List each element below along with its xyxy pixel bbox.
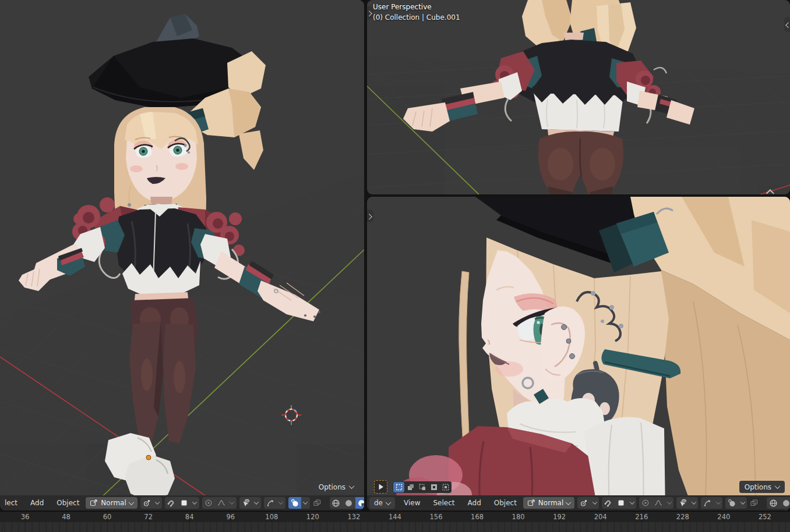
menu-select-partial[interactable]: lect <box>2 495 24 510</box>
transform-orientation-dropdown[interactable]: Normal <box>523 497 574 509</box>
3d-cursor <box>281 405 301 425</box>
viewport-shading-group[interactable] <box>767 497 790 509</box>
character-model-front <box>19 14 320 501</box>
chevron-down-icon <box>630 499 634 504</box>
viewport-shading-group[interactable] <box>330 497 364 509</box>
xray-icon <box>313 499 321 507</box>
snap-group[interactable] <box>165 497 199 509</box>
timeline-track[interactable] <box>0 522 790 532</box>
select-mode-invert[interactable] <box>428 482 439 492</box>
context-breadcrumb: (0) Collection | Cube.001 <box>373 12 460 23</box>
character-model-head <box>396 197 790 510</box>
pivot-point-dropdown[interactable] <box>140 497 162 509</box>
chevron-down-icon <box>592 499 597 504</box>
options-button[interactable]: Options <box>313 481 359 493</box>
toggle-xray-button[interactable] <box>750 499 764 507</box>
solid-sphere-icon <box>344 499 353 508</box>
toolbar-expand-arrow[interactable] <box>367 6 373 19</box>
viewport-head-closeup[interactable]: Options de View Select Add Object Normal <box>367 197 790 510</box>
magnet-icon <box>167 499 175 507</box>
snap-increment-icon <box>180 499 188 507</box>
select-mode-group <box>393 481 452 493</box>
material-sphere-icon <box>728 499 736 507</box>
3d-scene-back-view[interactable] <box>367 0 790 194</box>
pivot-icon <box>580 499 588 507</box>
snap-group[interactable] <box>602 497 636 509</box>
wireframe-icon <box>331 499 340 508</box>
timeline[interactable]: 3648607284961081201321441561681801922042… <box>0 511 790 532</box>
menu-select[interactable]: Select <box>426 495 461 510</box>
proportional-editing-icon <box>641 499 650 507</box>
character-model-back <box>403 0 694 194</box>
active-tool-button[interactable] <box>374 480 387 494</box>
shading-wireframe-button[interactable] <box>767 497 780 509</box>
show-overlays-group[interactable] <box>264 497 285 509</box>
3d-scene-front-view[interactable] <box>0 0 364 510</box>
mode-dropdown[interactable]: de <box>369 497 395 509</box>
select-mode-subtract[interactable] <box>417 482 428 492</box>
chevron-down-icon <box>566 499 572 505</box>
chevron-down-icon <box>349 483 355 489</box>
orientation-label: Normal <box>538 499 563 507</box>
tweak-tool-icon <box>377 483 385 491</box>
chevron-right-icon <box>367 214 372 219</box>
chevron-down-icon <box>155 499 160 504</box>
sidebar-expand-tab[interactable] <box>784 17 790 32</box>
toolbar-expand-arrow[interactable] <box>367 210 373 222</box>
orientation-label: Normal <box>101 499 126 507</box>
chevron-down-icon <box>303 499 308 504</box>
gizmo-icon <box>242 499 250 507</box>
pivot-point-dropdown[interactable] <box>577 497 599 509</box>
menu-add[interactable]: Add <box>461 495 488 510</box>
shading-solid-button[interactable] <box>343 497 355 509</box>
material-sphere-icon <box>291 499 299 507</box>
chevron-right-icon <box>367 10 372 16</box>
menu-add[interactable]: Add <box>24 495 50 510</box>
solid-sphere-icon <box>782 499 790 508</box>
select-mode-extend[interactable] <box>405 482 416 492</box>
options-button[interactable]: Options <box>739 481 785 493</box>
select-mode-intersect[interactable] <box>440 482 451 492</box>
viewport-back-view[interactable]: User Perspective (0) Collection | Cube.0… <box>367 0 790 194</box>
menu-object[interactable]: Object <box>50 495 86 510</box>
falloff-curve-icon <box>217 499 225 507</box>
transform-orientation-dropdown[interactable]: Normal <box>86 497 137 509</box>
show-overlays-group[interactable] <box>701 497 722 509</box>
wireframe-icon <box>769 499 778 508</box>
falloff-curve-icon <box>654 499 662 507</box>
header-collapse-arrow[interactable] <box>766 188 777 194</box>
proportional-editing-icon <box>204 499 213 507</box>
select-mode-set[interactable] <box>393 482 404 492</box>
shading-wireframe-button[interactable] <box>330 497 343 509</box>
mode-label: de <box>374 499 383 507</box>
material-sphere-toggle-group[interactable] <box>288 497 310 509</box>
show-gizmo-group[interactable] <box>676 497 698 509</box>
3d-scene-head-closeup[interactable] <box>367 197 790 510</box>
chevron-down-icon <box>775 483 781 489</box>
toggle-xray-button[interactable] <box>313 499 327 507</box>
viewport-header-left: lect Add Object Normal <box>0 495 364 510</box>
chevron-down-icon <box>254 499 259 504</box>
menu-object[interactable]: Object <box>488 495 523 510</box>
chevron-down-icon <box>692 499 696 504</box>
show-gizmo-group[interactable] <box>239 497 261 509</box>
viewport-main[interactable]: Options lect Add Object Normal <box>0 0 364 510</box>
material-preview-icon <box>357 499 364 508</box>
chevron-down-icon <box>667 499 672 504</box>
shading-material-button[interactable] <box>355 497 364 509</box>
material-sphere-toggle-group[interactable] <box>725 497 747 509</box>
proportional-editing-group[interactable] <box>202 497 237 509</box>
chevron-down-icon <box>128 499 134 505</box>
view-name: User Perspective <box>373 2 460 12</box>
chevron-down-icon <box>192 499 197 504</box>
orientation-icon <box>90 499 98 507</box>
snap-increment-icon <box>617 499 625 507</box>
shading-solid-button[interactable] <box>780 497 790 509</box>
chevron-down-icon <box>740 499 745 504</box>
xray-icon <box>750 499 758 507</box>
menu-view[interactable]: View <box>397 495 426 510</box>
overlays-icon <box>266 499 274 507</box>
object-origin-dot <box>146 455 151 460</box>
proportional-editing-group[interactable] <box>639 497 673 509</box>
pivot-icon <box>143 499 151 507</box>
